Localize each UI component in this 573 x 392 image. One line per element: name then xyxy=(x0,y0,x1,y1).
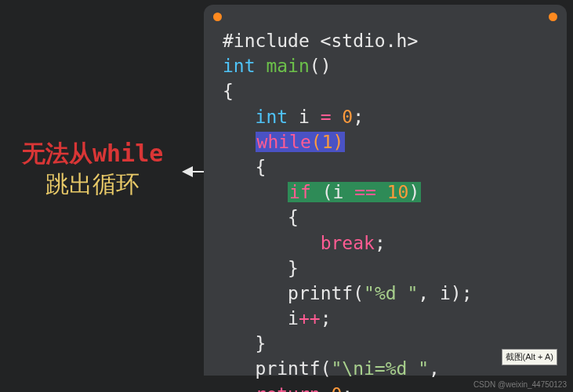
code-semi: ; xyxy=(353,107,364,127)
code-func: main xyxy=(256,56,310,76)
code-text: , i); xyxy=(418,283,472,303)
code-kw: if xyxy=(289,182,311,202)
code-func: printf( xyxy=(288,283,364,303)
code-kw: break xyxy=(321,233,375,253)
code-kw: return xyxy=(256,384,321,392)
watermark-text: CSDN @weixin_44750123 xyxy=(473,380,567,389)
window-dot-icon xyxy=(549,13,557,21)
highlight-while: while(1) xyxy=(256,132,346,152)
annotation-text: 无法从while 跳出循环 xyxy=(22,138,163,199)
code-include: #include <stdio.h> xyxy=(223,31,418,51)
window-dot-icon xyxy=(213,13,222,21)
code-op: == xyxy=(354,182,376,202)
code-kw: int xyxy=(223,56,256,76)
code-num: 0 xyxy=(332,107,354,127)
code-str: "%d " xyxy=(364,283,418,303)
code-semi: ; xyxy=(321,308,332,328)
code-text: , xyxy=(429,358,451,379)
code-kw: while xyxy=(257,132,311,152)
code-paren: () xyxy=(310,56,332,76)
code-brace: } xyxy=(288,258,299,278)
code-func: printf( xyxy=(256,358,332,379)
code-num: 10 xyxy=(376,182,409,202)
screenshot-tooltip: 截图(Alt + A) xyxy=(502,349,557,365)
code-brace: { xyxy=(256,157,267,177)
code-brace: } xyxy=(256,333,267,354)
anno-l1-a: 无法从while xyxy=(22,140,163,167)
code-str: "\ni=%d " xyxy=(331,358,429,379)
window-titlebar xyxy=(204,11,567,22)
anno-l2: 跳出循环 xyxy=(45,171,140,197)
code-op: ++ xyxy=(299,308,321,328)
code-brace: { xyxy=(223,81,234,101)
code-arg: (1) xyxy=(311,132,344,152)
code-num: 0 xyxy=(321,384,343,392)
code-var: i xyxy=(288,107,321,127)
code-semi: ; xyxy=(375,233,386,253)
code-op: = xyxy=(321,107,332,127)
code-paren: ) xyxy=(408,182,419,202)
highlight-if: if (i == 10) xyxy=(288,182,421,202)
code-window: #include <stdio.h> int main() { int i = … xyxy=(204,5,567,376)
code-var: i xyxy=(288,308,299,328)
code-kw: int xyxy=(256,107,288,127)
code-semi: ; xyxy=(342,384,353,392)
code-block: #include <stdio.h> int main() { int i = … xyxy=(204,22,567,392)
code-brace: { xyxy=(288,207,299,227)
code-text: (i xyxy=(311,182,354,202)
